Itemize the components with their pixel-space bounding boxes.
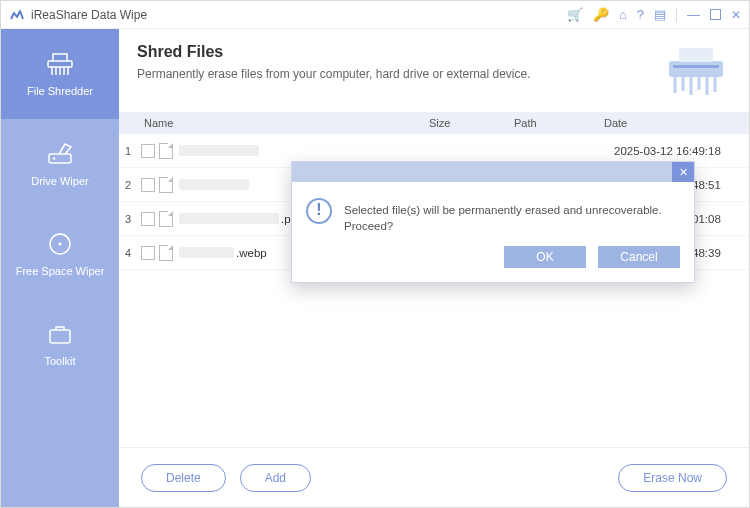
add-button[interactable]: Add: [240, 464, 311, 492]
row-checkbox[interactable]: [141, 246, 155, 260]
separator: [676, 8, 677, 22]
svg-point-2: [53, 157, 55, 159]
svg-rect-8: [679, 48, 713, 62]
help-icon[interactable]: ?: [637, 7, 644, 22]
app-logo-icon: [9, 7, 25, 23]
dialog-titlebar: ✕: [292, 162, 694, 182]
dialog-close-button[interactable]: ✕: [672, 162, 694, 182]
sidebar: File Shredder Drive Wiper Free Space Wip…: [1, 29, 119, 507]
app-window: iReaShare Data Wipe 🛒 🔑 ⌂ ? ▤ File Shred…: [0, 0, 750, 508]
feedback-icon[interactable]: ▤: [654, 7, 666, 22]
row-checkbox[interactable]: [141, 212, 155, 226]
confirm-dialog: ✕ Selected file(s) will be permanently e…: [291, 161, 695, 283]
main-panel: Shred Files Permanently erase files from…: [119, 29, 749, 507]
svg-rect-0: [48, 61, 72, 67]
maximize-button[interactable]: [710, 9, 721, 20]
col-header-name[interactable]: Name: [144, 117, 429, 129]
delete-button[interactable]: Delete: [141, 464, 226, 492]
key-icon[interactable]: 🔑: [593, 7, 609, 22]
svg-rect-5: [50, 330, 70, 343]
shredder-illustration: [661, 43, 731, 102]
file-date: 2025-03-12 16:49:18: [614, 145, 749, 157]
dialog-message: Selected file(s) will be permanently era…: [344, 198, 680, 234]
sidebar-item-free-space-wiper[interactable]: Free Space Wiper: [1, 209, 119, 299]
svg-rect-1: [49, 154, 71, 163]
sidebar-item-file-shredder[interactable]: File Shredder: [1, 29, 119, 119]
toolkit-icon: [45, 321, 75, 347]
dialog-cancel-button[interactable]: Cancel: [598, 246, 680, 268]
file-icon: [159, 245, 173, 261]
free-space-wiper-icon: [45, 231, 75, 257]
page-subtitle: Permanently erase files from your comput…: [137, 67, 531, 81]
footer: Delete Add Erase Now: [119, 447, 749, 507]
titlebar: iReaShare Data Wipe 🛒 🔑 ⌂ ? ▤: [1, 1, 749, 29]
shredder-icon: [45, 51, 75, 77]
svg-rect-6: [669, 61, 723, 77]
close-button[interactable]: [731, 7, 741, 22]
erase-now-button[interactable]: Erase Now: [618, 464, 727, 492]
row-checkbox[interactable]: [141, 178, 155, 192]
titlebar-icons: 🛒 🔑 ⌂ ? ▤: [567, 7, 741, 22]
row-index: 3: [125, 213, 139, 225]
main-header: Shred Files Permanently erase files from…: [119, 29, 749, 112]
col-header-size[interactable]: Size: [429, 117, 514, 129]
col-header-date[interactable]: Date: [604, 117, 749, 129]
drive-wiper-icon: [45, 141, 75, 167]
row-index: 1: [125, 145, 139, 157]
file-name: [179, 145, 439, 156]
file-icon: [159, 211, 173, 227]
sidebar-item-drive-wiper[interactable]: Drive Wiper: [1, 119, 119, 209]
sidebar-item-label: Toolkit: [44, 355, 75, 367]
row-index: 4: [125, 247, 139, 259]
file-icon: [159, 177, 173, 193]
page-title: Shred Files: [137, 43, 531, 61]
warning-icon: [306, 198, 332, 224]
sidebar-item-label: Free Space Wiper: [16, 265, 105, 277]
cart-icon[interactable]: 🛒: [567, 7, 583, 22]
sidebar-item-label: File Shredder: [27, 85, 93, 97]
home-icon[interactable]: ⌂: [619, 7, 627, 22]
sidebar-item-label: Drive Wiper: [31, 175, 88, 187]
svg-point-4: [59, 243, 62, 246]
col-header-path[interactable]: Path: [514, 117, 604, 129]
row-checkbox[interactable]: [141, 144, 155, 158]
sidebar-item-toolkit[interactable]: Toolkit: [1, 299, 119, 389]
minimize-button[interactable]: [687, 7, 700, 22]
svg-rect-7: [673, 65, 719, 68]
dialog-ok-button[interactable]: OK: [504, 246, 586, 268]
table-header: Name Size Path Date: [119, 112, 749, 134]
app-title: iReaShare Data Wipe: [31, 8, 147, 22]
row-index: 2: [125, 179, 139, 191]
file-icon: [159, 143, 173, 159]
